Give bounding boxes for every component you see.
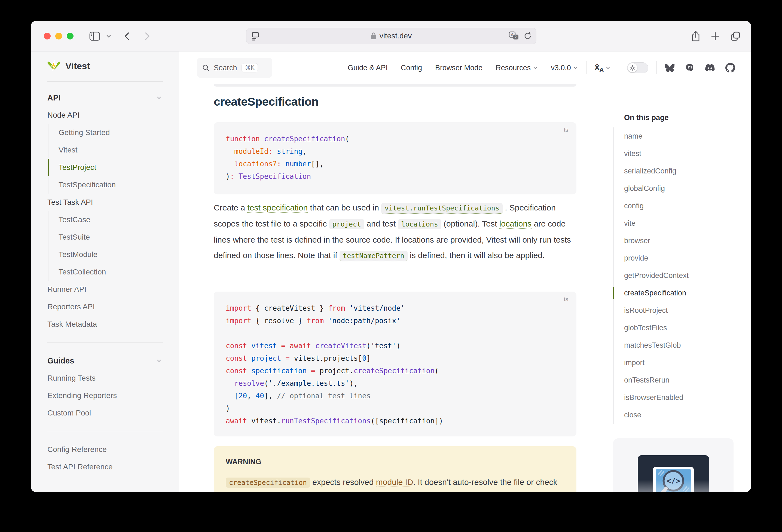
outline-item-vite[interactable]: vite bbox=[614, 215, 733, 232]
sidebar-item-label: TestCase bbox=[59, 215, 91, 224]
chevron-down-icon bbox=[106, 34, 111, 38]
inline-code[interactable]: vitest.runTestSpecifications bbox=[381, 203, 502, 214]
sidebar-item-label: Getting Started bbox=[59, 128, 110, 137]
github-icon[interactable] bbox=[725, 63, 735, 73]
outline-item-globalconfig[interactable]: globalConfig bbox=[614, 180, 733, 197]
language-menu[interactable]: ẋA bbox=[595, 63, 610, 73]
outline-item-provide[interactable]: provide bbox=[614, 249, 733, 267]
sidebar-item-getting-started[interactable]: Getting Started bbox=[48, 124, 179, 141]
sidebar-item-label: Guides bbox=[47, 356, 74, 365]
sidebar-item-test-task-api[interactable]: Test Task API bbox=[31, 193, 179, 211]
warning-text: createSpecification expects resolved mod… bbox=[226, 474, 564, 492]
sidebar-item-label: TestSpecification bbox=[59, 180, 116, 189]
sidebar-item-custom-pool[interactable]: Custom Pool bbox=[31, 404, 179, 422]
outline-item-getprovidedcontext[interactable]: getProvidedContext bbox=[614, 267, 733, 284]
search-shortcut: ⌘K bbox=[242, 63, 258, 72]
nav-config[interactable]: Config bbox=[401, 64, 422, 72]
sidebar-item-label: Custom Pool bbox=[47, 409, 91, 417]
nav-browser-mode[interactable]: Browser Mode bbox=[435, 64, 483, 72]
text-link[interactable]: module ID bbox=[376, 477, 413, 487]
reload-icon[interactable] bbox=[524, 32, 532, 40]
sidebar-item-api[interactable]: API bbox=[31, 89, 179, 106]
sidebar-item-running-tests[interactable]: Running Tests bbox=[31, 369, 179, 387]
previous-code-block-sliver bbox=[214, 84, 576, 86]
sidebar-divider bbox=[47, 81, 163, 82]
code-line: import { resolve } from 'node:path/posix… bbox=[226, 315, 564, 327]
nav-guide-api[interactable]: Guide & API bbox=[348, 64, 388, 72]
forward-button[interactable] bbox=[144, 21, 151, 51]
tab-overview-button[interactable] bbox=[730, 21, 741, 51]
outline-item-matchestestglob[interactable]: matchesTestGlob bbox=[614, 336, 733, 354]
navbar-divider bbox=[586, 61, 586, 74]
bluesky-icon[interactable] bbox=[665, 64, 675, 72]
outline-item-globtestfiles[interactable]: globTestFiles bbox=[614, 319, 733, 336]
new-tab-button[interactable] bbox=[710, 21, 720, 51]
outline-item-close[interactable]: close bbox=[614, 406, 733, 424]
sidebar-item-reporters-api[interactable]: Reporters API bbox=[31, 298, 179, 316]
inline-code[interactable]: createSpecification bbox=[226, 477, 310, 488]
sidebar-item-runner-api[interactable]: Runner API bbox=[31, 281, 179, 298]
outline-item-browser[interactable]: browser bbox=[614, 232, 733, 249]
sidebar-toggle-button[interactable] bbox=[89, 21, 100, 51]
sidebar-item-node-api[interactable]: Node API bbox=[31, 106, 179, 124]
sidebar-item-testcollection[interactable]: TestCollection bbox=[48, 263, 179, 281]
share-button[interactable] bbox=[691, 21, 701, 51]
sidebar-item-test-api-reference[interactable]: Test API Reference bbox=[31, 458, 179, 476]
sidebar-item-testspecification[interactable]: TestSpecification bbox=[48, 176, 179, 193]
outline-item-isrootproject[interactable]: isRootProject bbox=[614, 302, 733, 319]
inline-code[interactable]: project bbox=[329, 219, 364, 229]
code-language-label: ts bbox=[564, 296, 568, 303]
sidebar-item-label: TestModule bbox=[59, 250, 98, 259]
forward-icon bbox=[144, 31, 151, 42]
code-block-example: ts import { createVitest } from 'vitest/… bbox=[214, 292, 576, 436]
mastodon-icon[interactable] bbox=[685, 63, 694, 72]
vitest-logo-icon bbox=[47, 60, 61, 72]
main-content: createSpecification ts function createSp… bbox=[179, 84, 751, 492]
chevron-down-icon bbox=[156, 357, 162, 364]
search-button[interactable]: Search ⌘K bbox=[197, 58, 272, 78]
sidebar-item-vitest[interactable]: Vitest bbox=[48, 141, 179, 159]
sidebar-item-label: API bbox=[47, 94, 61, 102]
text-link[interactable]: test specification bbox=[247, 203, 308, 213]
back-button[interactable] bbox=[123, 21, 131, 51]
sidebar-item-extending-reporters[interactable]: Extending Reporters bbox=[31, 387, 179, 404]
outline-item-ontestsrerun[interactable]: onTestsRerun bbox=[614, 371, 733, 389]
sidebar-item-testproject[interactable]: TestProject bbox=[48, 159, 179, 176]
translate-icon[interactable]: A x̂ bbox=[508, 31, 519, 41]
text-link[interactable]: locations bbox=[499, 219, 532, 229]
theme-toggle-knob bbox=[628, 63, 637, 72]
sidebar-item-label: Runner API bbox=[47, 285, 86, 294]
close-window-button[interactable] bbox=[44, 33, 51, 39]
code-language-label: ts bbox=[564, 127, 568, 133]
outline-item-name[interactable]: name bbox=[614, 128, 733, 145]
outline-item-serializedconfig[interactable]: serializedConfig bbox=[614, 162, 733, 180]
outline-item-import[interactable]: import bbox=[614, 354, 733, 371]
sidebar-item-testsuite[interactable]: TestSuite bbox=[48, 228, 179, 246]
outline-item-config[interactable]: config bbox=[614, 197, 733, 215]
sidebar-menu-chevron[interactable] bbox=[106, 21, 111, 51]
inline-code[interactable]: testNamePattern bbox=[340, 251, 407, 261]
code-line: function createSpecification( bbox=[226, 133, 564, 145]
nav-version-dropdown[interactable]: v3.0.0 bbox=[551, 64, 578, 72]
sidebar-item-config-reference[interactable]: Config Reference bbox=[31, 441, 179, 458]
inline-code[interactable]: locations bbox=[398, 219, 441, 229]
address-bar[interactable]: vitest.dev A x̂ bbox=[246, 28, 536, 44]
theme-toggle[interactable] bbox=[627, 62, 648, 73]
discord-icon[interactable] bbox=[705, 64, 715, 72]
outline-item-isbrowserenabled[interactable]: isBrowserEnabled bbox=[614, 389, 733, 406]
sidebar-item-task-metadata[interactable]: Task Metadata bbox=[31, 316, 179, 333]
site-logo[interactable]: Vitest bbox=[47, 60, 90, 72]
svg-text:x̂: x̂ bbox=[514, 35, 517, 39]
sidebar-item-guides[interactable]: Guides bbox=[31, 352, 179, 369]
sidebar-item-testcase[interactable]: TestCase bbox=[48, 211, 179, 228]
nav-resources-dropdown[interactable]: Resources bbox=[496, 64, 538, 72]
sidebar-item-testmodule[interactable]: TestModule bbox=[48, 246, 179, 263]
zoom-window-button[interactable] bbox=[67, 33, 73, 39]
minimize-window-button[interactable] bbox=[55, 33, 62, 39]
outline-item-vitest[interactable]: vitest bbox=[614, 145, 733, 162]
sponsor-card[interactable]: </> bbox=[613, 438, 734, 492]
share-icon bbox=[691, 31, 701, 42]
sidebar-divider bbox=[31, 333, 179, 352]
nav-version-label: v3.0.0 bbox=[551, 64, 571, 72]
outline-item-createspecification[interactable]: createSpecification bbox=[614, 284, 733, 302]
